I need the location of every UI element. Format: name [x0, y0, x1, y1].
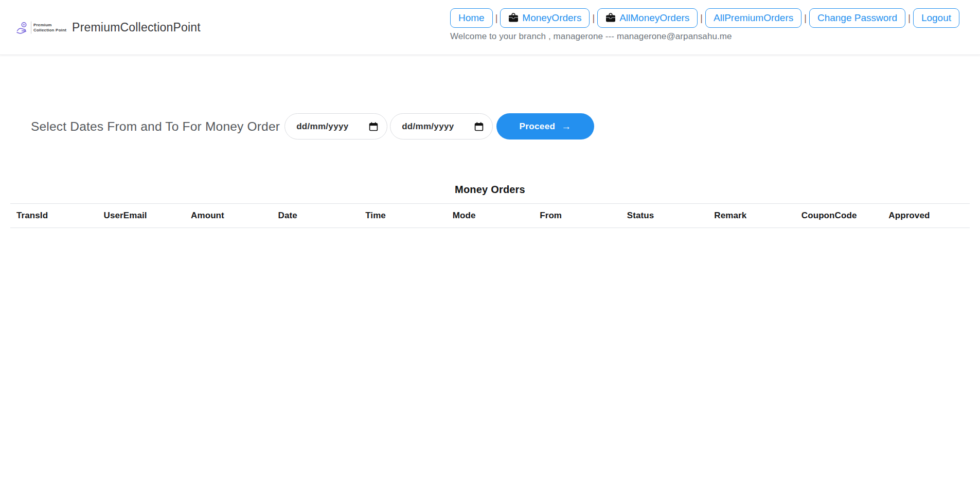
nav-button-allpremiumorders[interactable]: AllPremiumOrders: [705, 8, 801, 28]
nav-buttons: Home | MoneyOrders |: [450, 8, 959, 28]
nav-button-change-password-label: Change Password: [817, 12, 897, 24]
date-to-input[interactable]: [402, 121, 464, 132]
brand-logo-line1: Premium: [33, 22, 66, 27]
column-header-useremail: UserEmail: [98, 204, 185, 228]
orders-table: TransId UserEmail Amount Date Time Mode …: [10, 203, 970, 228]
nav-button-home-label: Home: [458, 12, 485, 24]
column-header-mode: Mode: [447, 204, 534, 228]
nav-button-logout-label: Logout: [921, 12, 951, 24]
column-header-remark: Remark: [708, 204, 795, 228]
orders-table-header-row: TransId UserEmail Amount Date Time Mode …: [10, 204, 970, 228]
navbar: Premium Collection Point PremiumCollecti…: [0, 0, 980, 55]
date-to-field[interactable]: [390, 113, 493, 140]
brand-title: PremiumCollectionPoint: [72, 21, 201, 34]
briefcase-icon: [605, 13, 616, 23]
proceed-button-label: Proceed: [519, 121, 555, 132]
nav-button-allmoneyorders[interactable]: AllMoneyOrders: [597, 8, 698, 28]
brand-logo-divider: [31, 21, 31, 33]
nav-button-change-password[interactable]: Change Password: [809, 8, 905, 28]
nav-separator: |: [495, 13, 498, 24]
nav-separator: |: [700, 13, 703, 24]
brand-logo: Premium Collection Point: [15, 21, 66, 34]
briefcase-icon: [508, 13, 519, 23]
main-content: Select Dates From and To For Money Order: [0, 113, 980, 228]
column-header-date: Date: [272, 204, 360, 228]
hand-coin-icon: [15, 21, 29, 34]
brand-logo-line2: Collection Point: [33, 27, 66, 32]
calendar-icon[interactable]: [368, 121, 379, 132]
calendar-icon[interactable]: [474, 121, 484, 132]
column-header-from: From: [533, 204, 621, 228]
nav-separator: |: [804, 13, 807, 24]
column-header-amount: Amount: [185, 204, 272, 228]
date-filter-form: Select Dates From and To For Money Order: [31, 113, 980, 140]
nav-button-moneyorders-label: MoneyOrders: [522, 12, 581, 24]
nav-button-home[interactable]: Home: [450, 8, 493, 28]
brand-logo-text: Premium Collection Point: [33, 22, 66, 32]
nav-button-allpremiumorders-label: AllPremiumOrders: [714, 12, 793, 24]
orders-table-container: TransId UserEmail Amount Date Time Mode …: [10, 203, 970, 228]
welcome-text: Welcome to your branch , managerone --- …: [450, 31, 959, 42]
column-header-approved: Approved: [882, 204, 970, 228]
column-header-time: Time: [359, 204, 447, 228]
nav-right: Home | MoneyOrders |: [450, 8, 959, 42]
date-from-field[interactable]: [284, 113, 387, 140]
orders-table-title: Money Orders: [0, 184, 980, 196]
nav-separator: |: [908, 13, 911, 24]
date-filter-heading: Select Dates From and To For Money Order: [31, 119, 280, 134]
nav-separator: |: [592, 13, 595, 24]
column-header-status: Status: [621, 204, 708, 228]
brand[interactable]: Premium Collection Point PremiumCollecti…: [15, 21, 201, 34]
nav-button-allmoneyorders-label: AllMoneyOrders: [619, 12, 689, 24]
nav-button-logout[interactable]: Logout: [913, 8, 959, 28]
column-header-transid: TransId: [10, 204, 98, 228]
nav-button-moneyorders[interactable]: MoneyOrders: [500, 8, 590, 28]
right-arrow-icon: →: [561, 121, 571, 132]
proceed-button[interactable]: Proceed →: [496, 113, 594, 140]
column-header-couponcode: CouponCode: [795, 204, 883, 228]
date-from-input[interactable]: [296, 121, 358, 132]
